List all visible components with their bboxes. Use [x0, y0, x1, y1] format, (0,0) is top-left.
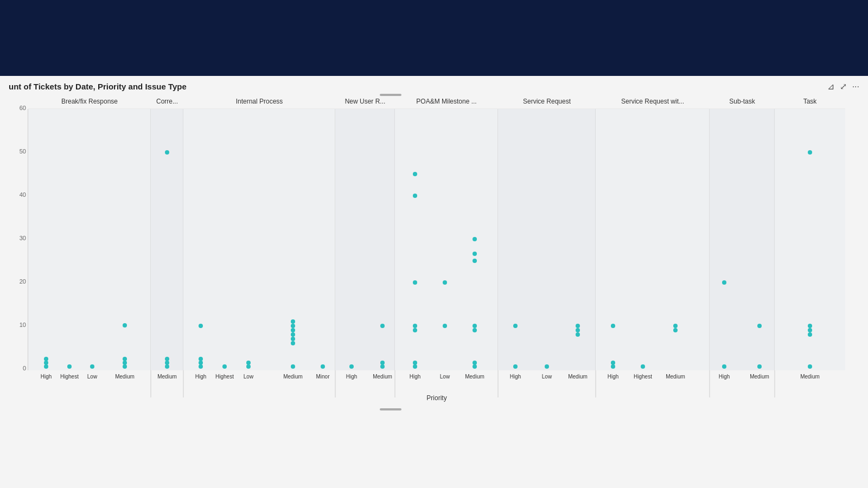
dot: [808, 328, 812, 332]
section-newuser-bg: [335, 109, 395, 370]
section-sr-title: Service Request: [523, 98, 571, 105]
y-label-0: 0: [23, 365, 26, 371]
dot: [199, 361, 203, 365]
dot: [413, 172, 417, 176]
dot: [291, 341, 295, 345]
priority-label-sr-low: Low: [542, 374, 552, 380]
dot: [808, 324, 812, 328]
scroll-top: [380, 94, 401, 96]
dot: [757, 364, 762, 369]
dot: [123, 357, 127, 361]
dot: [349, 364, 354, 369]
dot: [413, 280, 417, 285]
priority-label-bf-low: Low: [87, 374, 98, 380]
y-label-30: 30: [20, 235, 26, 241]
section-poam-bg: [395, 109, 498, 370]
priority-label-nu-high: High: [346, 374, 358, 380]
dot: [123, 323, 127, 328]
scroll-bottom: [380, 408, 401, 410]
dot: [413, 364, 417, 369]
filter-icon[interactable]: ⊿: [827, 81, 834, 92]
dot: [413, 324, 417, 328]
section-subtask-bg: [710, 109, 775, 370]
dot: [545, 364, 549, 369]
dot: [222, 364, 227, 369]
section-internal-title: Internal Process: [236, 98, 283, 105]
dot: [199, 324, 203, 328]
section-sr-bg: [498, 109, 596, 370]
dot: [473, 361, 477, 365]
dot: [380, 364, 385, 369]
priority-label-sr-medium: Medium: [568, 374, 588, 380]
dot: [380, 324, 385, 328]
dot: [757, 324, 762, 328]
y-label-50: 50: [20, 148, 26, 155]
y-label-20: 20: [20, 278, 26, 285]
dot: [641, 364, 645, 369]
dot: [44, 357, 48, 361]
priority-label-ip-high: High: [195, 374, 207, 380]
section-break-fix-title: Break/fix Response: [61, 98, 118, 105]
dot: [413, 361, 417, 365]
dot: [576, 332, 580, 337]
expand-icon[interactable]: ⤢: [840, 81, 847, 92]
dot: [291, 337, 295, 341]
priority-label-bf-highest: Highest: [60, 374, 79, 380]
priority-label-poam-high: High: [410, 374, 421, 380]
section-poam-title: POA&M Milestone ...: [416, 98, 476, 105]
priority-label-ip-medium: Medium: [283, 374, 303, 380]
y-label-10: 10: [20, 322, 26, 328]
dot: [673, 324, 678, 328]
dot: [67, 364, 72, 369]
priority-label-ip-low: Low: [244, 374, 254, 380]
dot: [413, 194, 417, 198]
more-icon[interactable]: ···: [852, 82, 859, 92]
priority-label-poam-medium: Medium: [465, 374, 484, 380]
dot: [44, 364, 48, 369]
dot: [165, 150, 169, 155]
priority-label-corre-medium: Medium: [157, 374, 177, 380]
dot: [473, 328, 477, 332]
x-axis-label: Priority: [426, 394, 446, 402]
dot: [722, 280, 726, 285]
priority-label-task-medium: Medium: [800, 374, 820, 380]
dot: [611, 364, 615, 369]
priority-label-srw-medium: Medium: [666, 374, 685, 380]
dot: [291, 328, 295, 332]
dot: [199, 357, 203, 361]
dot: [291, 319, 295, 324]
dot: [413, 328, 417, 332]
section-break-fix-bg: [28, 109, 151, 370]
chart-header: unt of Tickets by Date, Priority and Iss…: [0, 76, 868, 94]
priority-label-st-medium: Medium: [750, 374, 769, 380]
dot: [576, 324, 580, 328]
section-subtask-title: Sub-task: [729, 98, 755, 105]
priority-label-srw-high: High: [608, 374, 619, 380]
priority-label-bf-high: High: [41, 374, 52, 380]
priority-label-nu-medium: Medium: [373, 374, 392, 380]
dot: [808, 364, 812, 369]
y-label-60: 60: [20, 105, 26, 111]
section-task-title: Task: [803, 98, 818, 105]
dot: [443, 280, 447, 285]
dot: [611, 324, 615, 328]
priority-label-ip-minor: Minor: [316, 374, 330, 380]
chart-title: unt of Tickets by Date, Priority and Iss…: [9, 82, 187, 91]
dot: [473, 324, 477, 328]
dot: [513, 324, 518, 328]
dot: [473, 237, 477, 241]
section-newuser-title: New User R...: [345, 98, 386, 105]
dot: [722, 364, 726, 369]
y-label-40: 40: [20, 191, 26, 198]
dot: [246, 361, 251, 365]
section-srw-title: Service Request wit...: [621, 98, 684, 105]
dot: [808, 150, 812, 155]
dot: [513, 364, 518, 369]
priority-label-srw-highest: Highest: [634, 374, 652, 380]
dot: [291, 332, 295, 337]
dot: [576, 328, 580, 332]
section-corre-bg: [151, 109, 183, 370]
priority-label-poam-low: Low: [440, 374, 450, 380]
section-srw-bg: [596, 109, 710, 370]
dot: [443, 324, 447, 328]
